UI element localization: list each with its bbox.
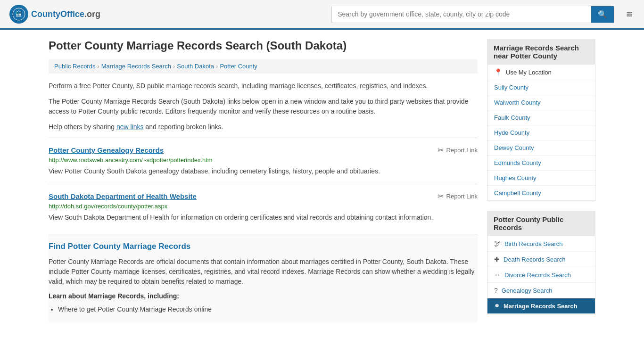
- divorce-icon: ↔: [494, 271, 501, 279]
- site-header: 🏛 CountyOffice.org 🔍 ≡: [0, 0, 644, 30]
- sidebar-item-dewey[interactable]: Dewey County: [487, 140, 595, 156]
- breadcrumb-public-records[interactable]: Public Records: [54, 63, 95, 70]
- learn-list-item: Where to get Potter County Marriage Reco…: [58, 304, 478, 315]
- genealogy-icon: ?: [494, 287, 498, 294]
- learn-title: Learn about Marriage Records, including:: [49, 292, 478, 300]
- sidebar-item-birth-records[interactable]: 🕊 Birth Records Search: [487, 236, 595, 252]
- sidebar-public-records-header: Potter County Public Records: [487, 211, 595, 236]
- site-logo[interactable]: 🏛 CountyOffice.org: [9, 5, 100, 24]
- search-bar: 🔍: [331, 6, 614, 23]
- sidebar-item-hyde[interactable]: Hyde County: [487, 125, 595, 140]
- sidebar-item-marriage-records[interactable]: ⚭ Marriage Records Search: [487, 298, 595, 314]
- svg-text:🏛: 🏛: [16, 10, 22, 18]
- record-card-header-1: Potter County Genealogy Records ✂ Report…: [49, 146, 478, 155]
- breadcrumb-marriage-records[interactable]: Marriage Records Search: [101, 63, 171, 70]
- record-url-genealogy[interactable]: http://www.rootsweb.ancestry.com/~sdpott…: [49, 156, 478, 164]
- report-link-1[interactable]: ✂ Report Link: [438, 146, 478, 155]
- new-links-link[interactable]: new links: [116, 123, 144, 131]
- sidebar-item-walworth[interactable]: Walworth County: [487, 95, 595, 110]
- record-card-genealogy: Potter County Genealogy Records ✂ Report…: [49, 138, 478, 184]
- sidebar-item-sully[interactable]: Sully County: [487, 80, 595, 95]
- logo-icon: 🏛: [9, 5, 28, 24]
- sidebar-item-hughes[interactable]: Hughes County: [487, 171, 595, 186]
- intro-text-2: The Potter County Marriage Records Searc…: [49, 97, 478, 116]
- sidebar-item-death-records[interactable]: ✚ Death Records Search: [487, 252, 595, 267]
- sidebar-public-records-section: Potter County Public Records 🕊 Birth Rec…: [487, 211, 595, 314]
- find-section-title: Find Potter County Marriage Records: [49, 242, 478, 251]
- intro-text-3: Help others by sharing new links and rep…: [49, 122, 478, 132]
- page-title: Potter County Marriage Records Search (S…: [49, 39, 478, 52]
- intro-text-1: Perform a free Potter County, SD public …: [49, 81, 478, 91]
- main-content: Potter County Marriage Records Search (S…: [49, 39, 478, 324]
- sidebar: Marriage Records Search near Potter Coun…: [487, 39, 595, 324]
- record-title-health[interactable]: South Dakota Department of Health Websit…: [49, 192, 197, 200]
- search-button[interactable]: 🔍: [591, 6, 614, 23]
- death-icon: ✚: [494, 255, 500, 263]
- record-desc-genealogy: View Potter County South Dakota genealog…: [49, 166, 478, 176]
- sidebar-item-divorce-records[interactable]: ↔ Divorce Records Search: [487, 267, 595, 283]
- search-input[interactable]: [332, 7, 591, 22]
- find-section-text: Potter County Marriage Records are offic…: [49, 257, 478, 287]
- record-card-health: South Dakota Department of Health Websit…: [49, 184, 478, 230]
- menu-button[interactable]: ≡: [624, 6, 635, 23]
- sidebar-nearby-header: Marriage Records Search near Potter Coun…: [487, 39, 595, 65]
- breadcrumb-potter-county[interactable]: Potter County: [220, 63, 257, 70]
- sidebar-nearby-section: Marriage Records Search near Potter Coun…: [487, 39, 595, 201]
- page-content: Potter County Marriage Records Search (S…: [39, 30, 605, 333]
- location-icon: 📍: [494, 68, 502, 76]
- report-icon-1: ✂: [438, 146, 444, 155]
- sidebar-item-faulk[interactable]: Faulk County: [487, 110, 595, 125]
- breadcrumb-south-dakota[interactable]: South Dakota: [177, 63, 214, 70]
- breadcrumb: Public Records › Marriage Records Search…: [49, 59, 478, 74]
- sidebar-item-campbell[interactable]: Campbell County: [487, 186, 595, 201]
- logo-text: CountyOffice.org: [31, 9, 100, 19]
- record-title-genealogy[interactable]: Potter County Genealogy Records: [49, 146, 164, 154]
- sidebar-nearby-items: 📍 Use My Location Sully County Walworth …: [487, 65, 595, 201]
- sidebar-public-records-items: 🕊 Birth Records Search ✚ Death Records S…: [487, 236, 595, 314]
- birth-icon: 🕊: [494, 240, 501, 247]
- report-icon-2: ✂: [438, 192, 444, 201]
- sidebar-item-use-my-location[interactable]: 📍 Use My Location: [487, 65, 595, 80]
- marriage-icon: ⚭: [494, 302, 500, 310]
- record-desc-health: View South Dakota Department of Health f…: [49, 213, 478, 222]
- find-section: Find Potter County Marriage Records Pott…: [49, 234, 478, 323]
- sidebar-item-genealogy-search[interactable]: ? Genealogy Search: [487, 283, 595, 298]
- report-link-2[interactable]: ✂ Report Link: [438, 192, 478, 201]
- record-url-health[interactable]: http://doh.sd.gov/records/county/potter.…: [49, 203, 478, 210]
- learn-list: Where to get Potter County Marriage Reco…: [49, 304, 478, 315]
- record-card-header-2: South Dakota Department of Health Websit…: [49, 192, 478, 201]
- sidebar-item-edmunds[interactable]: Edmunds County: [487, 156, 595, 171]
